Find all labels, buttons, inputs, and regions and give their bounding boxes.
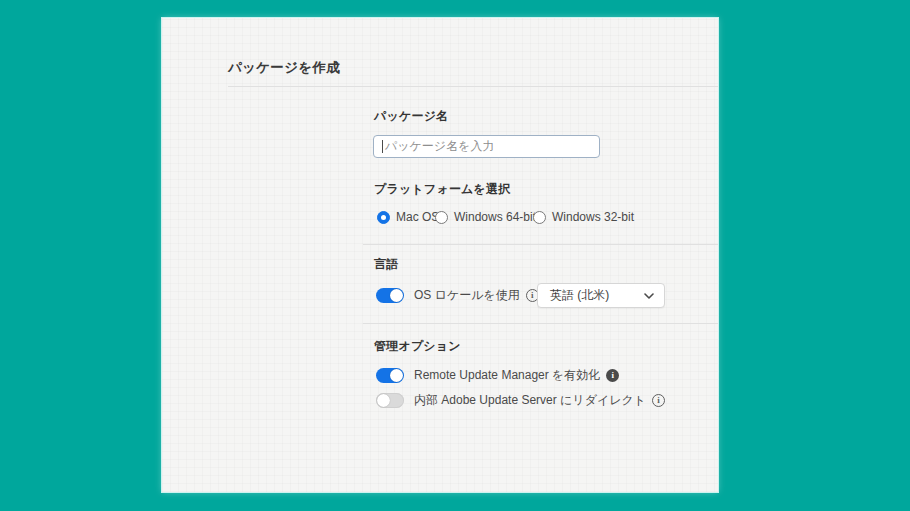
remote-update-manager-row: Remote Update Manager を有効化 i [376, 368, 619, 383]
info-icon[interactable]: i [652, 394, 665, 407]
text-cursor [382, 140, 383, 153]
info-icon[interactable]: i [606, 369, 619, 382]
radio-option-windows-32[interactable]: Windows 32-bit [533, 210, 634, 224]
divider [363, 323, 718, 324]
radio-label: Windows 64-bit [454, 210, 536, 224]
language-select[interactable]: 英語 (北米) [537, 283, 665, 308]
remote-update-manager-toggle[interactable] [376, 368, 404, 383]
radio-button[interactable] [533, 211, 546, 224]
teal-background: パッケージを作成 パッケージ名 パッケージ名を入力 プラットフォームを選択 Ma… [0, 0, 910, 511]
package-name-label: パッケージ名 [374, 108, 448, 125]
divider [363, 244, 718, 245]
divider [228, 86, 718, 87]
language-select-value: 英語 (北米) [550, 287, 609, 304]
internal-update-server-toggle[interactable] [376, 393, 404, 408]
page-title: パッケージを作成 [228, 59, 340, 77]
remote-update-manager-label: Remote Update Manager を有効化 [414, 367, 600, 384]
create-package-panel: パッケージを作成 パッケージ名 パッケージ名を入力 プラットフォームを選択 Ma… [162, 18, 718, 492]
os-locale-label: OS ロケールを使用 [414, 287, 520, 304]
toggle-knob [390, 369, 403, 382]
radio-option-windows-64[interactable]: Windows 64-bit [435, 210, 536, 224]
radio-label: Mac OS [396, 210, 439, 224]
toggle-knob [390, 289, 403, 302]
platform-label: プラットフォームを選択 [374, 181, 510, 198]
package-name-placeholder: パッケージ名を入力 [385, 138, 494, 155]
radio-button[interactable] [377, 211, 390, 224]
package-name-input[interactable]: パッケージ名を入力 [373, 135, 600, 158]
chevron-down-icon [644, 293, 654, 299]
toggle-knob [377, 394, 390, 407]
os-locale-row: OS ロケールを使用 i [376, 288, 539, 303]
radio-button[interactable] [435, 211, 448, 224]
os-locale-toggle[interactable] [376, 288, 404, 303]
internal-update-server-label: 内部 Adobe Update Server にリダイレクト [414, 392, 646, 409]
radio-label: Windows 32-bit [552, 210, 634, 224]
management-options-label: 管理オプション [374, 338, 461, 355]
internal-update-server-row: 内部 Adobe Update Server にリダイレクト i [376, 393, 665, 408]
radio-option-mac-os[interactable]: Mac OS [377, 210, 439, 224]
language-label: 言語 [374, 256, 398, 273]
